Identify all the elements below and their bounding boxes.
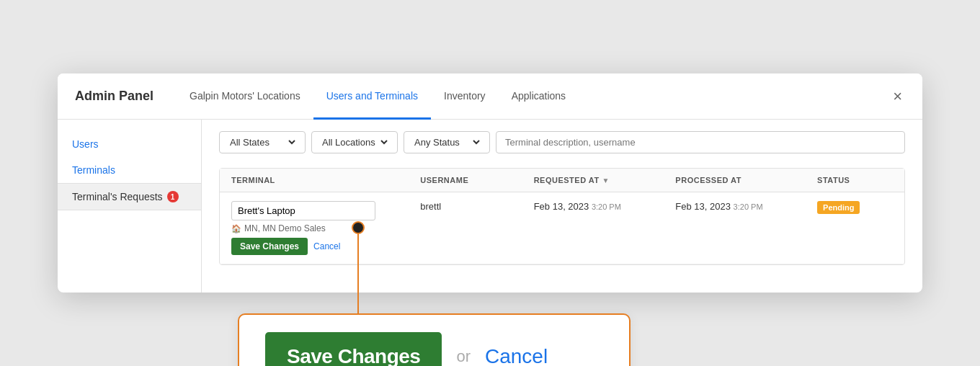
locations-filter[interactable]: All Locations [311,131,398,153]
col-username: USERNAME [420,176,533,184]
col-terminal: TERMINAL [231,176,420,184]
tooltip-dot [352,221,365,234]
status-badge: Pending [817,201,860,214]
col-processed-at: PROCESSED AT [675,176,817,184]
tab-users-terminals[interactable]: Users and Terminals [313,74,431,120]
tab-inventory[interactable]: Inventory [431,74,499,120]
tab-bar: Galpin Motors' Locations Users and Termi… [177,73,890,119]
modal-title: Admin Panel [75,89,153,104]
cell-terminal: 🏠 MN, MN Demo Sales Save Changes Cancel [231,201,420,255]
terminal-name-input[interactable] [231,201,375,220]
terminal-location: 🏠 MN, MN Demo Sales [231,223,420,233]
requested-time: 3:20 PM [592,202,621,211]
filters-row: All States All Locations Any Status [219,131,905,153]
tooltip-line [357,227,359,313]
terminal-actions: Save Changes Cancel [231,238,420,255]
col-status: STATUS [817,176,893,184]
table-header: TERMINAL USERNAME REQUESTED AT ▼ PROCESS… [220,169,904,192]
sort-icon: ▼ [602,177,610,184]
sidebar-item-terminal-requests[interactable]: Terminal's Requests 1 [58,183,201,210]
cell-username: brettl [420,201,533,212]
sidebar-item-users[interactable]: Users [58,131,201,157]
search-input[interactable] [496,131,905,153]
col-requested-at[interactable]: REQUESTED AT ▼ [534,176,676,184]
tooltip-or-label: or [456,347,471,366]
requests-badge: 1 [167,191,179,202]
cell-status: Pending [817,201,893,214]
status-select[interactable]: Any Status [411,136,482,148]
tab-locations[interactable]: Galpin Motors' Locations [177,74,313,120]
cancel-button-inline[interactable]: Cancel [313,241,340,251]
save-changes-button-inline[interactable]: Save Changes [231,238,308,255]
save-changes-button-tooltip[interactable]: Save Changes [265,332,442,366]
tooltip-box: Save Changes or Cancel [238,313,631,366]
close-button[interactable]: × [890,86,905,107]
states-filter[interactable]: All States [219,131,306,153]
cancel-button-tooltip[interactable]: Cancel [485,345,548,366]
cell-requested-at: Feb 13, 2023 3:20 PM [534,201,676,212]
main-content: All States All Locations Any Status [202,120,922,293]
data-table: TERMINAL USERNAME REQUESTED AT ▼ PROCESS… [219,168,905,265]
sidebar-item-terminals[interactable]: Terminals [58,157,201,183]
states-select[interactable]: All States [227,136,298,148]
tab-applications[interactable]: Applications [499,74,579,120]
status-filter[interactable]: Any Status [404,131,490,153]
table-row: 🏠 MN, MN Demo Sales Save Changes Cancel … [220,192,904,264]
cell-processed-at: Feb 13, 2023 3:20 PM [675,201,817,212]
processed-time: 3:20 PM [734,202,763,211]
house-icon: 🏠 [231,224,241,233]
sidebar: Users Terminals Terminal's Requests 1 [58,120,202,293]
locations-select[interactable]: All Locations [319,136,390,148]
